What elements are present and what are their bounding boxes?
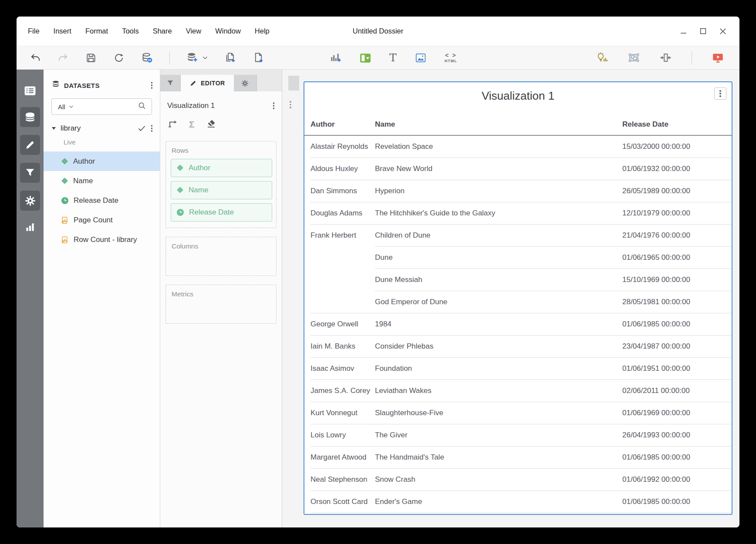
- column-header-author[interactable]: Author: [310, 120, 375, 135]
- tab-format[interactable]: [234, 75, 257, 91]
- tab-filter[interactable]: [160, 75, 181, 91]
- author-cell[interactable]: Peter F. Hamilton: [310, 513, 375, 514]
- name-cell[interactable]: Ender's Game: [375, 497, 622, 506]
- name-cell[interactable]: Consider Phlebas: [375, 342, 622, 351]
- date-cell[interactable]: 15/03/2000 00:00:00: [622, 142, 732, 151]
- add-page-icon[interactable]: [253, 52, 264, 64]
- present-icon[interactable]: [712, 52, 724, 64]
- field-author[interactable]: Author: [44, 151, 160, 171]
- date-cell[interactable]: 01/06/1969 00:00:00: [622, 409, 732, 417]
- author-cell[interactable]: Margaret Atwood: [310, 447, 375, 468]
- field-row-count-library[interactable]: Row Count - library: [44, 230, 160, 249]
- author-cell[interactable]: Isaac Asimov: [310, 358, 375, 379]
- author-cell[interactable]: Kurt Vonnegut: [310, 402, 375, 424]
- menu-window[interactable]: Window: [215, 27, 241, 35]
- layout-grouping-icon[interactable]: [628, 52, 640, 64]
- search-filter-dropdown[interactable]: All: [58, 103, 65, 111]
- rows-zone[interactable]: Rows Author Name Release Date: [165, 141, 277, 228]
- author-cell[interactable]: Frank Herbert: [310, 225, 375, 313]
- table-row[interactable]: The Giver26/04/1993 00:00:00: [375, 424, 732, 446]
- table-row[interactable]: The Handmaid's Tale01/06/1985 00:00:00: [375, 447, 732, 468]
- date-cell[interactable]: 26/04/1993 00:00:00: [622, 431, 732, 440]
- date-cell[interactable]: 12/10/1979 00:00:00: [622, 209, 732, 218]
- name-cell[interactable]: The Handmaid's Tale: [375, 453, 622, 462]
- image-icon[interactable]: [415, 52, 426, 64]
- save-icon[interactable]: [85, 52, 97, 64]
- date-cell[interactable]: 01/06/1985 00:00:00: [622, 320, 732, 329]
- name-cell[interactable]: Revelation Space: [375, 142, 622, 151]
- menu-file[interactable]: File: [28, 27, 40, 35]
- name-cell[interactable]: God Emperor of Dune: [375, 298, 622, 306]
- table-row[interactable]: Revelation Space15/03/2000 00:00:00: [375, 136, 732, 158]
- table-row[interactable]: Dune01/06/1965 00:00:00: [375, 246, 732, 269]
- metrics-zone[interactable]: Metrics: [165, 285, 277, 324]
- field-release-date[interactable]: Release Date: [44, 191, 160, 210]
- date-cell[interactable]: 28/05/1981 00:00:00: [622, 298, 732, 306]
- swap-rows-columns-icon[interactable]: [167, 118, 178, 131]
- menu-view[interactable]: View: [186, 27, 201, 35]
- date-cell[interactable]: 01/06/1932 00:00:00: [622, 165, 732, 173]
- table-row[interactable]: Foundation01/06/1951 00:00:00: [375, 358, 732, 379]
- minimize-button[interactable]: [680, 28, 687, 34]
- table-row[interactable]: Hyperion26/05/1989 00:00:00: [375, 180, 732, 202]
- table-row[interactable]: Ender's Game01/06/1985 00:00:00: [375, 491, 732, 513]
- selector-icon[interactable]: [360, 52, 371, 64]
- table-row[interactable]: The Hitchhiker's Guide to the Galaxy12/1…: [375, 202, 732, 224]
- menu-help[interactable]: Help: [255, 27, 270, 35]
- datasets-menu-icon[interactable]: [150, 81, 154, 90]
- name-cell[interactable]: Children of Dune: [375, 231, 622, 240]
- date-cell[interactable]: 01/06/1951 00:00:00: [622, 364, 732, 373]
- table-row[interactable]: Slaughterhouse-Five01/06/1969 00:00:00: [375, 402, 732, 424]
- refresh-icon[interactable]: [113, 52, 125, 64]
- author-cell[interactable]: Dan Simmons: [310, 180, 375, 202]
- insights-icon[interactable]: [595, 51, 608, 64]
- table-row[interactable]: Brave New World01/06/1932 00:00:00: [375, 158, 732, 180]
- table-row[interactable]: God Emperor of Dune28/05/1981 00:00:00: [375, 291, 732, 313]
- menu-format[interactable]: Format: [85, 27, 108, 35]
- name-cell[interactable]: The Giver: [375, 431, 622, 440]
- table-of-contents-icon[interactable]: [20, 82, 40, 99]
- tab-editor[interactable]: EDITOR: [181, 75, 234, 91]
- dataset-row-library[interactable]: library: [44, 121, 160, 136]
- date-cell[interactable]: 26/05/1989 00:00:00: [622, 187, 732, 195]
- maximize-button[interactable]: [700, 28, 706, 34]
- settings-panel-icon[interactable]: [20, 191, 40, 211]
- visualization-panel[interactable]: Visualization 1 Author Name Release Date…: [304, 81, 732, 515]
- table-row[interactable]: Consider Phlebas23/04/1987 00:00:00: [375, 336, 732, 357]
- add-visualization-icon[interactable]: [330, 52, 341, 64]
- author-cell[interactable]: Alastair Reynolds: [310, 136, 375, 158]
- html-icon[interactable]: < > HTML: [445, 52, 457, 63]
- caret-down-icon[interactable]: [51, 127, 56, 130]
- duplicate-page-icon[interactable]: [224, 52, 236, 64]
- chip-release-date[interactable]: Release Date: [171, 203, 272, 222]
- date-cell[interactable]: 01/06/1985 00:00:00: [622, 497, 732, 506]
- name-cell[interactable]: Dune Messiah: [375, 275, 622, 284]
- field-page-count[interactable]: Page Count: [44, 210, 160, 230]
- columns-zone[interactable]: Columns: [165, 237, 277, 276]
- name-cell[interactable]: 1984: [375, 320, 622, 329]
- datasets-panel-icon[interactable]: [20, 107, 40, 127]
- table-row[interactable]: Leviathan Wakes02/06/2011 00:00:00: [375, 380, 732, 402]
- author-cell[interactable]: Aldous Huxley: [310, 158, 375, 180]
- chevron-down-icon[interactable]: [202, 56, 208, 60]
- name-cell[interactable]: Dune: [375, 253, 622, 262]
- panel-splitter-handle[interactable]: [290, 101, 291, 108]
- author-cell[interactable]: Douglas Adams: [310, 202, 375, 224]
- chip-name[interactable]: Name: [171, 181, 272, 199]
- date-cell[interactable]: 15/10/1969 00:00:00: [622, 275, 732, 284]
- table-row[interactable]: Dune Messiah15/10/1969 00:00:00: [375, 269, 732, 291]
- pause-data-icon[interactable]: [141, 52, 153, 64]
- name-cell[interactable]: Snow Crash: [375, 475, 622, 484]
- menu-insert[interactable]: Insert: [54, 27, 71, 35]
- menu-share[interactable]: Share: [153, 27, 172, 35]
- author-cell[interactable]: George Orwell: [310, 313, 375, 335]
- name-cell[interactable]: Brave New World: [375, 165, 622, 173]
- visualization-menu-button[interactable]: [714, 87, 726, 100]
- chip-author[interactable]: Author: [171, 159, 272, 177]
- menu-tools[interactable]: Tools: [122, 27, 139, 35]
- table-row[interactable]: Pandora's Star02/03/2004 00:00:00: [375, 513, 732, 514]
- date-cell[interactable]: 01/06/1965 00:00:00: [622, 253, 732, 262]
- name-cell[interactable]: Slaughterhouse-Five: [375, 409, 622, 417]
- author-cell[interactable]: Orson Scott Card: [310, 491, 375, 513]
- date-cell[interactable]: 23/04/1987 00:00:00: [622, 342, 732, 351]
